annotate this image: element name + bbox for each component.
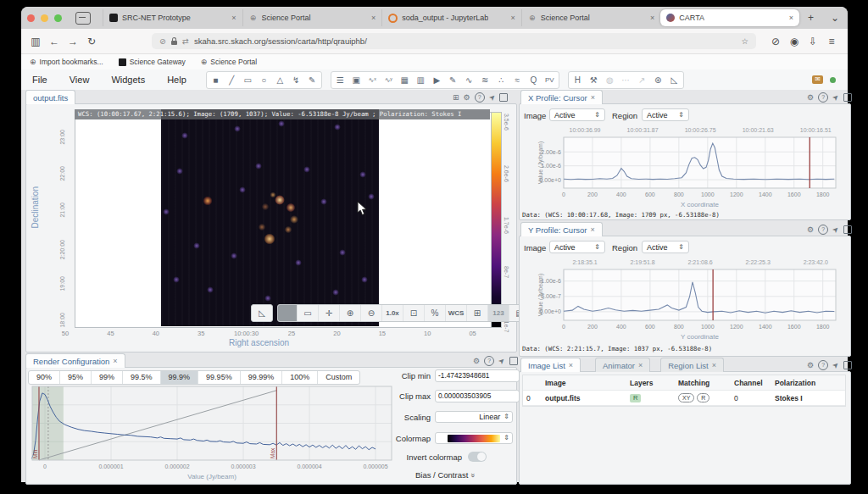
browser-tab-5[interactable]: CARTA× [660,9,799,26]
matching-button-r[interactable]: R [697,393,709,402]
x-profile-tab[interactable]: X Profile: Cursor× [520,90,603,104]
reader-toggle-icon[interactable]: ⇄ [182,36,189,46]
menu-help[interactable]: Help [156,75,198,85]
spectral-profiler-icon[interactable]: ∿ [461,73,477,87]
tracking-protection-icon[interactable]: ⊘ [766,36,785,47]
grid-overlay-icon[interactable]: ⊞ [467,305,488,321]
pixel-value-button[interactable]: 123 [488,305,509,321]
forward-icon[interactable]: → [64,36,82,47]
close-tab-icon[interactable]: × [231,14,236,22]
settings-gear-icon[interactable]: ⚙ [807,361,814,369]
statistics-icon[interactable]: ▦ [397,73,413,87]
tab-image-list[interactable]: Image List× [520,358,581,372]
colorbar[interactable] [491,112,502,328]
online-catalog-icon[interactable]: ⊛ [650,73,666,87]
close-icon[interactable]: × [569,361,573,369]
pv-generator-icon[interactable]: PV [542,73,558,87]
reload-icon[interactable]: ↻ [82,36,101,47]
sidebar-icon[interactable]: ▥ [26,36,45,47]
help-icon[interactable]: ? [818,92,828,103]
settings-gear-icon[interactable]: ⚙ [473,357,480,365]
close-icon[interactable]: × [591,225,595,234]
tab-animator[interactable]: Animator× [595,358,650,372]
pan-icon[interactable]: ✛ [319,305,340,321]
new-tab-button[interactable]: + [799,12,822,24]
maximize-window-button[interactable] [54,14,62,22]
browser-tab-3[interactable]: soda_output - JupyterLab× [381,9,521,26]
layer-list-icon[interactable]: ☰ [332,73,348,87]
astronomical-image[interactable] [161,112,379,326]
rectangle-region-icon[interactable]: ▭ [240,73,256,87]
help-icon[interactable]: ? [484,356,494,366]
menu-file[interactable]: File [21,75,58,85]
distance-measure-icon[interactable]: ◺ [252,305,272,321]
detach-icon[interactable] [843,93,852,102]
zoom-fit-icon[interactable]: ⊡ [403,305,425,321]
close-tab-icon[interactable]: × [510,14,515,22]
y-profile-tab[interactable]: Y Profile: Cursor× [520,222,603,236]
detach-icon[interactable] [499,93,508,102]
tab-overview-icon[interactable] [75,12,91,25]
scatter-plot-icon[interactable]: ∴ [493,73,509,87]
close-icon[interactable]: × [591,93,595,102]
y-profile-region-select[interactable]: Active⇕ [642,241,689,253]
file-info-icon[interactable]: ⚒ [586,73,602,87]
close-icon[interactable]: × [712,361,716,369]
polygon-region-icon[interactable]: △ [272,73,288,87]
settings-gear-icon[interactable]: ⚙ [807,225,814,234]
menu-view[interactable]: View [58,75,101,85]
close-icon[interactable]: × [638,361,643,369]
scaling-select[interactable]: Linear⇕ [435,411,513,423]
detach-icon[interactable] [509,357,518,365]
spatial-profiler-y-icon[interactable]: ∿ʸ [381,73,397,87]
tab-region-list[interactable]: Region List× [660,358,724,372]
pin-icon[interactable]: ➤ [831,92,841,103]
help-icon[interactable]: ? [818,360,828,370]
close-icon[interactable]: × [113,357,117,365]
point-select-icon[interactable] [278,305,298,321]
line-region-icon[interactable]: ╱ [224,73,240,87]
x-profile-region-select[interactable]: Active⇕ [642,108,689,121]
browser-tab-2[interactable]: ⊕Science Portal× [242,9,382,26]
close-tab-icon[interactable]: × [371,14,376,22]
table-row[interactable]: 0output.fitsRXYR0Stokes I [523,391,845,406]
layer-tag[interactable]: R [630,394,641,402]
spatial-profiler-x-icon[interactable]: ∿ˣ [364,73,381,87]
pin-icon[interactable]: ➤ [831,360,841,370]
layout-grid-icon[interactable]: ⊞ [453,93,459,102]
settings-gear-icon[interactable]: ⚙ [807,93,814,102]
account-icon[interactable]: ◉ [785,36,804,47]
help-icon[interactable]: ? [818,225,828,235]
multi-profile-icon[interactable]: ≈ [509,73,526,87]
bookmark-item-2[interactable]: Science Gateway [119,58,186,66]
histogram-icon[interactable]: ▥ [413,73,429,87]
help-icon[interactable]: ? [475,92,485,103]
shield-icon[interactable]: ⊘ [159,36,166,46]
colormap-select[interactable]: ⇕ [435,432,513,444]
x-profile-chart[interactable]: 0200400600800100012001400160018000.00e+0… [519,124,848,212]
pin-icon[interactable]: ➤ [497,356,507,366]
distance-measure-icon[interactable]: ◺ [666,73,682,87]
zoom-out-icon[interactable]: ⊖ [361,305,382,321]
rectangle-zoom-icon[interactable]: ▭ [298,305,319,321]
animator-icon[interactable]: ▶ [429,73,445,87]
point-region-icon[interactable]: ■ [208,73,224,87]
polyline-region-icon[interactable]: ↯ [288,73,304,87]
bookmark-star-icon[interactable]: ☆ [741,36,748,46]
pin-icon[interactable]: ➤ [487,92,497,103]
stokes-analysis-icon[interactable]: ≋ [477,73,493,87]
image-viewer-tab[interactable]: output.fits [25,90,75,104]
settings-gear-icon[interactable]: ⚙ [464,93,470,102]
wcs-button[interactable]: WCS [446,305,467,321]
matching-button-xy[interactable]: XY [678,393,694,402]
pin-icon[interactable]: ➤ [831,225,841,235]
close-window-button[interactable] [27,14,35,22]
back-icon[interactable]: ← [45,36,64,47]
url-bar[interactable]: ⊘ ⇄ skaha.src.skach.org/session/carta/ht… [152,33,756,49]
clip-min-input[interactable]: -1.47423948681 [435,369,520,382]
close-tab-icon[interactable]: × [789,14,793,22]
list-tabs-button[interactable]: ⌄ [822,12,848,24]
annotation-icon[interactable]: ✎ [304,73,320,87]
y-profile-chart[interactable]: 0200400600800100012001400160018000.00e+0… [519,256,848,344]
close-tab-icon[interactable]: × [650,14,654,22]
